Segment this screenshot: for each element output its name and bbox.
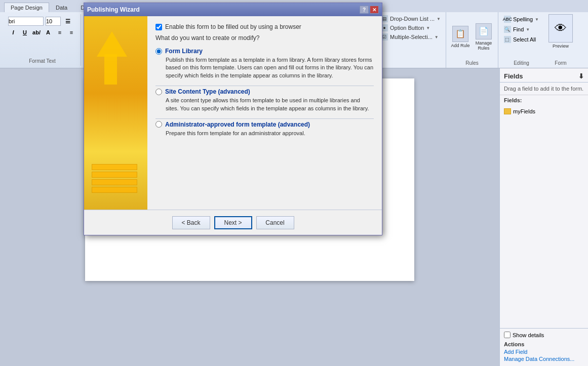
dialog-controls: ? ✕	[360, 6, 379, 14]
back-button[interactable]: < Back	[172, 216, 210, 229]
cancel-button[interactable]: Cancel	[256, 216, 294, 229]
radio-site-content-label[interactable]: Site Content Type (advanced)	[165, 88, 250, 95]
dialog-image-panel	[84, 16, 147, 210]
separator-2	[155, 118, 374, 119]
radio-row-3: Administrator-approved form template (ad…	[155, 121, 374, 128]
dialog-close-btn[interactable]: ✕	[370, 6, 379, 14]
stack-line-1	[92, 164, 137, 170]
dialog-footer: < Back Next > Cancel	[84, 210, 382, 235]
separator-1	[155, 86, 374, 86]
dialog-title: Publishing Wizard	[87, 6, 140, 13]
stacked-lines-graphic	[92, 164, 137, 194]
radio-form-library-desc: Publish this form template as a template…	[155, 56, 374, 79]
radio-option-site-content: Site Content Type (advanced) A site cont…	[155, 88, 374, 112]
arrow-up-graphic	[97, 31, 127, 57]
radio-admin-approved-desc: Prepare this form template for an admini…	[155, 130, 374, 137]
enable-browser-label: Enable this form to be filled out by usi…	[165, 23, 301, 30]
dialog-titlebar: Publishing Wizard ? ✕	[84, 3, 382, 16]
next-button[interactable]: Next >	[214, 216, 252, 229]
radio-row-2: Site Content Type (advanced)	[155, 88, 374, 95]
publishing-wizard-dialog: Publishing Wizard ? ✕	[84, 3, 382, 235]
radio-site-content-desc: A site content type allows this form tem…	[155, 97, 374, 112]
dialog-overlay: Publishing Wizard ? ✕	[0, 0, 588, 366]
enable-browser-row: Enable this form to be filled out by usi…	[155, 23, 374, 30]
radio-admin-approved[interactable]	[155, 121, 162, 128]
dialog-help-btn[interactable]: ?	[360, 6, 369, 14]
radio-site-content[interactable]	[155, 89, 162, 95]
dialog-body: Enable this form to be filled out by usi…	[84, 16, 382, 210]
enable-browser-checkbox[interactable]	[155, 24, 162, 30]
radio-form-library-label[interactable]: Form Library	[165, 48, 203, 55]
dialog-question: What do you want to create or modify?	[155, 34, 374, 42]
stack-line-3	[92, 179, 137, 185]
stack-line-2	[92, 172, 137, 178]
app-window: Page Design Data D bri 10 ☰ I U ab/ A ≡ …	[0, 0, 588, 366]
stack-line-4	[92, 187, 137, 193]
arrow-body-graphic	[104, 54, 117, 85]
radio-admin-approved-label[interactable]: Administrator-approved form template (ad…	[165, 121, 310, 128]
radio-option-form-library: Form Library Publish this form template …	[155, 48, 374, 79]
radio-option-admin: Administrator-approved form template (ad…	[155, 121, 374, 137]
wizard-image	[84, 16, 147, 205]
dialog-content: Enable this form to be filled out by usi…	[147, 16, 382, 210]
radio-form-library[interactable]	[155, 48, 162, 55]
radio-row-1: Form Library	[155, 48, 374, 55]
